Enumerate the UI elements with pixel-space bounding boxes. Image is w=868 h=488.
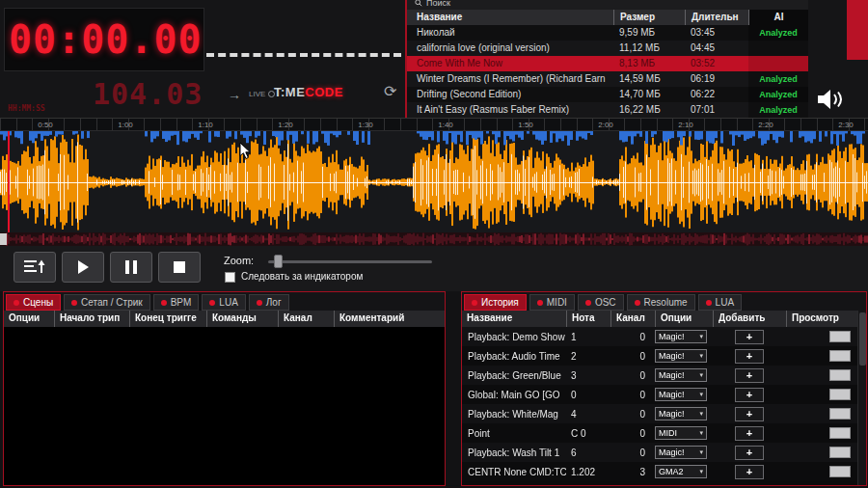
column-header-commands[interactable]: Команды [206,311,278,327]
option-dropdown[interactable]: Magic!▾ [655,388,707,401]
column-header-preview[interactable]: Просмотр [786,311,866,327]
play-button[interactable] [62,252,104,283]
option-dropdown[interactable]: MIDI▾ [655,426,707,440]
preview-button[interactable] [829,369,851,381]
vertical-scrollbar[interactable] [857,311,866,485]
cue-row[interactable]: Global: Main GO [GO 0 0 Magic!▾ + [462,385,866,404]
cue-row[interactable]: Playback: Wash Tilt 1 6 0 Magic!▾ + [462,443,866,462]
column-header-comment[interactable]: Комментарий [334,311,445,327]
timeline-ruler[interactable]: 0:50 1:00 1:10 1:20 1:30 1:40 1:50 2:00 … [0,119,868,131]
overview-canvas[interactable] [0,232,868,246]
track-size: 11,12 МБ [613,41,685,56]
playlist-search[interactable]: Поиск [407,0,808,10]
tab-lua-right[interactable]: LUA [698,294,742,311]
column-header-size[interactable]: Размер [613,10,685,25]
tab-setap-strik[interactable]: Сетап / Стрик [64,294,150,311]
add-button[interactable]: + [735,330,764,344]
history-table-header: Название Нота Канал Опции Добавить Просм… [462,311,866,327]
live-indicator[interactable]: LIVE [249,90,275,98]
waveform-overview-strip[interactable] [0,232,868,246]
tab-label: MIDI [547,295,567,310]
scenes-table-body[interactable] [4,327,445,485]
column-header-channel[interactable]: Канал [610,311,655,327]
add-button[interactable]: + [735,349,764,364]
track-duration: 06:19 [685,71,748,87]
playlist-row[interactable]: Николай 9,59 МБ 03:45 Analyzed [407,25,808,41]
add-button[interactable]: + [735,388,764,402]
preview-button[interactable] [829,389,851,400]
add-button[interactable]: + [735,446,764,460]
option-dropdown[interactable]: GMA2▾ [655,465,707,478]
column-header-duration[interactable]: Длительн [685,10,748,25]
playlist-row[interactable]: Winter Dreams (I Remember) (Richard Earn… [407,71,808,87]
preview-button[interactable] [829,350,851,362]
option-dropdown[interactable]: Magic!▾ [655,349,707,363]
scrollbar-thumb[interactable] [859,312,866,366]
zoom-slider-track[interactable] [268,260,432,263]
column-header-trigger-start[interactable]: Начало трип [54,311,129,327]
waveform-canvas[interactable] [0,131,868,232]
option-dropdown[interactable]: Magic!▾ [655,330,707,343]
follow-indicator-checkbox[interactable] [225,272,235,283]
playlist-row[interactable]: Drifting (Second Edition) 14,70 МБ 06:22… [407,87,808,102]
preview-button[interactable] [829,408,851,420]
track-size: 9,59 МБ [613,25,685,41]
add-button[interactable]: + [735,465,764,479]
loop-icon[interactable]: ⟳ [384,82,396,100]
option-value: GMA2 [659,467,684,476]
column-header-trigger-end[interactable]: Конец тригге [129,311,206,327]
tab-osc[interactable]: OSC [578,294,624,311]
cue-row[interactable]: Playback: Audio Time 2 0 Magic!▾ + [462,346,866,366]
playlist-row[interactable]: It Ain't Easy (Rasmus Faber Remix) 16,22… [407,102,808,118]
column-header-note[interactable]: Нота [566,311,610,327]
zoom-slider-handle[interactable] [274,255,283,268]
playhead[interactable] [8,131,10,232]
column-header-channel[interactable]: Канал [278,311,334,327]
option-dropdown[interactable]: Magic!▾ [655,368,707,382]
column-header-add[interactable]: Добавить [713,311,786,327]
tab-resolume[interactable]: Resolume [627,294,695,311]
volume-icon[interactable] [816,89,849,112]
cue-row[interactable]: Playback: Green/Blue 3 0 Magic!▾ + [462,366,866,385]
add-button[interactable]: + [735,426,764,441]
waveform-view[interactable]: 0:50 1:00 1:10 1:20 1:30 1:40 1:50 2:00 … [0,118,868,232]
option-dropdown[interactable]: Magic!▾ [655,446,707,459]
tab-dot-icon [537,300,543,306]
queue-button[interactable] [14,252,56,283]
stop-button[interactable] [158,252,201,283]
add-button[interactable]: + [735,368,764,383]
cue-channel: 0 [610,428,655,439]
column-header-name[interactable]: Название [407,10,613,25]
cue-row[interactable]: CENTR None CMD:TC 1.202 3 GMA2▾ + [462,462,866,481]
column-header-options[interactable]: Опции [4,311,54,327]
cue-row[interactable]: Point C 0 0 MIDI▾ + [462,423,866,443]
tab-label: История [481,295,519,310]
tab-istoriya[interactable]: История [464,294,527,311]
cue-row[interactable]: Playback: Demo Show 1 0 Magic!▾ + [462,327,866,346]
add-button[interactable]: + [735,407,764,421]
playlist-panel: Поиск Название Размер Длительн AI Никола… [405,0,808,118]
preview-button[interactable] [829,331,851,342]
preview-button[interactable] [829,447,851,458]
tab-sceny[interactable]: Сцены [6,294,61,311]
search-icon [415,0,422,7]
dashed-separator [206,53,401,57]
tab-lua[interactable]: LUA [202,294,245,311]
cue-channel: 0 [610,370,655,381]
column-header-ai[interactable]: AI [748,10,808,25]
preview-button[interactable] [829,427,851,439]
tab-midi[interactable]: MIDI [529,294,575,311]
tab-label: Сцены [23,295,53,310]
playlist-row[interactable]: california love (original version) 11,12… [407,41,808,56]
preview-button[interactable] [829,466,851,477]
column-header-name[interactable]: Название [462,311,566,327]
column-header-options[interactable]: Опции [655,311,713,327]
cue-row[interactable]: Playback: White/Mag 4 0 Magic!▾ + [462,404,866,423]
pause-button[interactable] [110,252,152,283]
tab-bpm[interactable]: BPM [153,294,200,311]
main-timecode-display: 00:00.00 [5,9,203,70]
option-dropdown[interactable]: Magic!▾ [655,407,707,420]
playlist-row-selected[interactable]: Come With Me Now 8,13 МБ 03:52 [407,56,808,71]
tab-log[interactable]: Лог [249,294,289,311]
track-size: 16,22 МБ [613,102,685,118]
